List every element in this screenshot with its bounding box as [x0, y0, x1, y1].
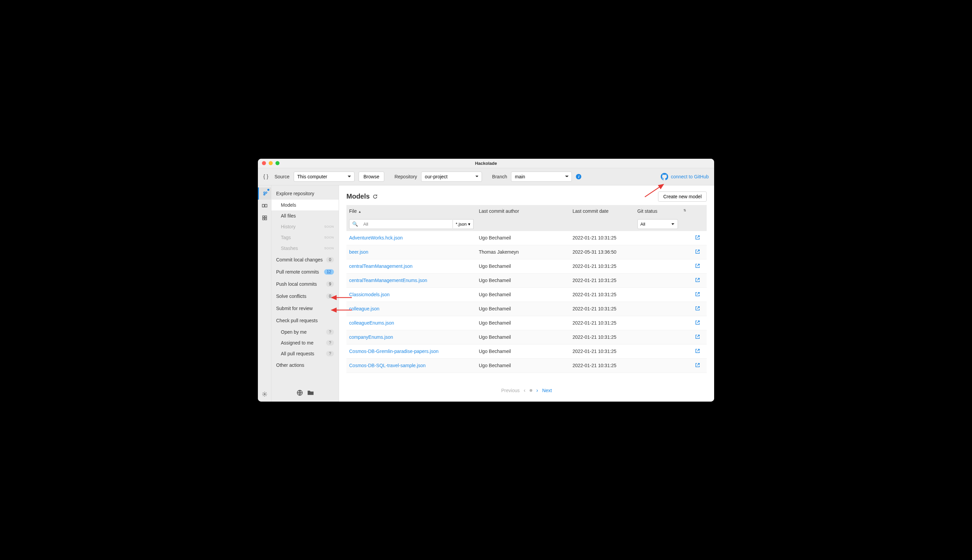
- svg-rect-5: [265, 218, 267, 220]
- date-cell: 2022-01-21 10:31:25: [570, 330, 635, 344]
- table-row: Cosmos-DB-Gremlin-paradise-papers.json U…: [346, 344, 707, 358]
- sidebar-check-pull-requests[interactable]: Check pull requests: [271, 315, 339, 327]
- sidebar-tags: TagsSOON: [271, 232, 339, 243]
- open-external-icon[interactable]: [695, 320, 700, 326]
- status-cell: [635, 231, 689, 245]
- ext-filter-select[interactable]: *.json▾: [453, 219, 474, 229]
- date-cell: 2022-01-21 10:31:25: [570, 273, 635, 287]
- sidebar-all-pull-requests[interactable]: All pull requests?: [271, 348, 339, 359]
- rail-compare-icon[interactable]: [258, 200, 271, 212]
- svg-rect-3: [265, 216, 267, 218]
- braces-icon[interactable]: { }: [263, 173, 268, 180]
- file-link[interactable]: centralTeamManagementEnums.json: [349, 278, 427, 283]
- date-cell: 2022-01-21 10:31:25: [570, 259, 635, 273]
- file-link[interactable]: centralTeamManagement.json: [349, 263, 413, 269]
- refresh-icon[interactable]: [372, 194, 378, 199]
- sidebar-other-actions[interactable]: Other actions: [271, 359, 339, 371]
- sidebar-all-files[interactable]: All files: [271, 210, 339, 221]
- table-row: beer.json Thomas Jakemeyn 2022-05-31 13:…: [346, 245, 707, 259]
- create-model-button[interactable]: Create new model: [658, 192, 707, 202]
- rail-repository-icon[interactable]: [258, 187, 271, 200]
- branch-select[interactable]: main: [511, 172, 572, 182]
- sort-both-icon: ⇅: [683, 208, 686, 212]
- icon-rail: [258, 185, 271, 402]
- connect-github-link[interactable]: connect to GitHub: [661, 173, 709, 180]
- status-cell: [635, 287, 689, 302]
- author-cell: Ugo Bechameil: [476, 330, 570, 344]
- next-page[interactable]: Next: [542, 388, 552, 393]
- open-external-icon[interactable]: [695, 292, 700, 298]
- author-cell: Ugo Bechameil: [476, 273, 570, 287]
- rail-grid-icon[interactable]: [258, 212, 271, 224]
- notification-dot: [267, 189, 269, 191]
- table-row: colleagueEnums.json Ugo Bechameil 2022-0…: [346, 316, 707, 330]
- svg-rect-0: [262, 204, 264, 207]
- col-file[interactable]: File▲: [346, 205, 476, 217]
- prev-page: Previous: [501, 388, 519, 393]
- page-dot: [529, 389, 532, 392]
- repository-select[interactable]: our-project: [421, 172, 482, 182]
- status-cell: [635, 358, 689, 373]
- status-filter-select[interactable]: All: [637, 219, 678, 229]
- author-cell: Thomas Jakemeyn: [476, 245, 570, 259]
- col-author[interactable]: Last commit author: [476, 205, 570, 217]
- status-cell: [635, 302, 689, 316]
- open-external-icon[interactable]: [695, 335, 700, 340]
- file-search-input[interactable]: [361, 220, 453, 229]
- sidebar-commit-local[interactable]: Commit local changes0: [271, 254, 339, 266]
- sidebar-push-local[interactable]: Push local commits9: [271, 278, 339, 290]
- table-row: companyEnums.json Ugo Bechameil 2022-01-…: [346, 330, 707, 344]
- open-external-icon[interactable]: [695, 363, 700, 368]
- sidebar-submit-review[interactable]: Submit for review: [271, 302, 339, 315]
- chevron-right-icon[interactable]: ›: [536, 387, 538, 393]
- maximize-window-button[interactable]: [276, 161, 279, 165]
- sidebar-solve-conflicts[interactable]: Solve conflicts0: [271, 290, 339, 302]
- sidebar-explore-repository[interactable]: Explore repository: [271, 187, 339, 200]
- info-icon[interactable]: i: [576, 174, 581, 179]
- github-link-text: connect to GitHub: [671, 174, 709, 179]
- open-external-icon[interactable]: [695, 235, 700, 241]
- col-status[interactable]: Git status⇅: [635, 205, 689, 217]
- sidebar-pull-remote[interactable]: Pull remote commits12: [271, 266, 339, 278]
- open-external-icon[interactable]: [695, 278, 700, 283]
- sidebar-open-by-me[interactable]: Open by me?: [271, 327, 339, 337]
- source-select[interactable]: This computer: [294, 172, 354, 182]
- svg-point-6: [264, 393, 265, 395]
- file-link[interactable]: beer.json: [349, 249, 368, 255]
- date-cell: 2022-01-21 10:31:25: [570, 287, 635, 302]
- status-cell: [635, 330, 689, 344]
- globe-icon[interactable]: [296, 390, 303, 396]
- file-link[interactable]: Classicmodels.json: [349, 292, 390, 297]
- open-external-icon[interactable]: [695, 349, 700, 354]
- col-date[interactable]: Last commit date: [570, 205, 635, 217]
- table-row: Classicmodels.json Ugo Bechameil 2022-01…: [346, 287, 707, 302]
- file-link[interactable]: AdventureWorks.hck.json: [349, 235, 402, 240]
- open-external-icon[interactable]: [695, 264, 700, 269]
- file-link[interactable]: Cosmos-DB-SQL-travel-sample.json: [349, 363, 426, 368]
- status-cell: [635, 316, 689, 330]
- minimize-window-button[interactable]: [269, 161, 273, 165]
- svg-rect-4: [262, 218, 264, 220]
- file-link[interactable]: Cosmos-DB-Gremlin-paradise-papers.json: [349, 348, 439, 354]
- window-title: Hackolade: [258, 161, 714, 166]
- sidebar-history: HistorySOON: [271, 221, 339, 232]
- open-external-icon[interactable]: [695, 306, 700, 312]
- folder-icon[interactable]: [307, 390, 314, 396]
- open-external-icon[interactable]: [695, 250, 700, 255]
- top-toolbar: { } Source This computer Browse Reposito…: [258, 168, 714, 185]
- browse-button[interactable]: Browse: [359, 172, 385, 182]
- author-cell: Ugo Bechameil: [476, 316, 570, 330]
- sidebar-stashes: StashesSOON: [271, 243, 339, 254]
- table-row: centralTeamManagementEnums.json Ugo Bech…: [346, 273, 707, 287]
- table-row: centralTeamManagement.json Ugo Bechameil…: [346, 259, 707, 273]
- file-link[interactable]: companyEnums.json: [349, 334, 393, 340]
- sidebar-assigned-to-me[interactable]: Assigned to me?: [271, 337, 339, 348]
- status-cell: [635, 245, 689, 259]
- file-link[interactable]: colleagueEnums.json: [349, 320, 394, 326]
- rail-settings-icon[interactable]: [258, 390, 271, 402]
- file-link[interactable]: colleague.json: [349, 306, 379, 312]
- sidebar-models[interactable]: Models: [271, 200, 339, 210]
- author-cell: Ugo Bechameil: [476, 259, 570, 273]
- titlebar: Hackolade: [258, 159, 714, 168]
- close-window-button[interactable]: [262, 161, 266, 165]
